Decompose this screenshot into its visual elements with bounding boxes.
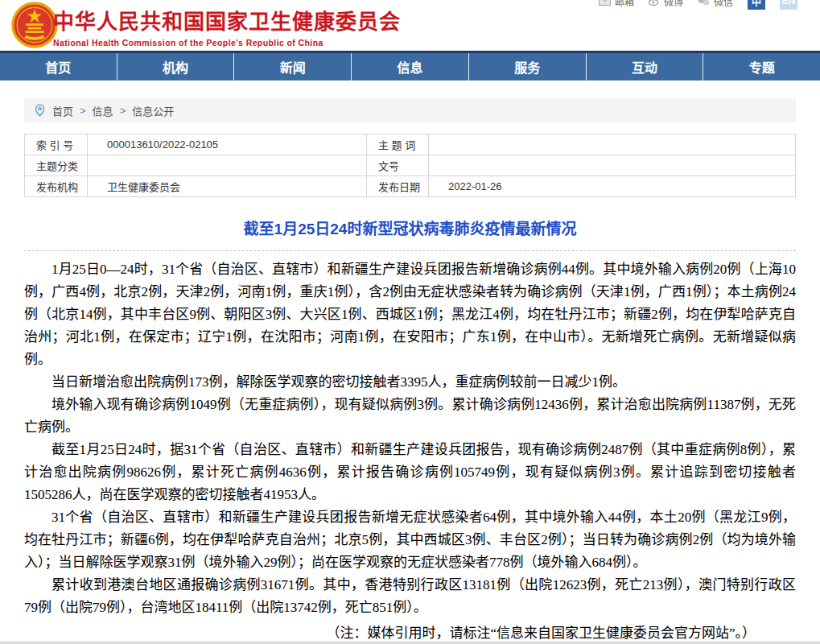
citation-note: （注：媒体引用时，请标注“信息来自国家卫生健康委员会官方网站”。） — [24, 622, 796, 644]
weibo-link[interactable]: 微博 — [649, 0, 683, 8]
site-title: 中华人民共和国国家卫生健康委员会 — [53, 5, 401, 35]
meta-value-subject-word — [429, 134, 796, 155]
article-paragraph: 当日新增治愈出院病例173例，解除医学观察的密切接触者3395人，重症病例较前一… — [24, 371, 796, 394]
content-area: 首页 > 信息 > 信息公开 索 引 号 000013610/2022-0210… — [0, 98, 820, 644]
breadcrumb-info[interactable]: 信息 — [93, 103, 113, 118]
national-emblem-logo — [11, 2, 58, 48]
meta-table: 索 引 号 000013610/2022-02105 主 题 词 主题分类 文号… — [24, 134, 796, 197]
article-paragraph: 截至1月25日24时，据31个省（自治区、直辖市）和新疆生产建设兵团报告，现有确… — [24, 439, 796, 506]
meta-label-publish-date: 发布日期 — [367, 176, 429, 197]
site-title-block: 中华人民共和国国家卫生健康委员会 National Health Commiss… — [53, 5, 401, 47]
mail-link[interactable]: 邮箱 — [599, 0, 634, 8]
main-nav: 首页 机构 新闻 信息 服务 互动 专题 — [0, 51, 820, 80]
wechat-link-label: 微信 — [714, 0, 733, 8]
breadcrumb: 首页 > 信息 > 信息公开 — [24, 98, 796, 122]
nav-item-agency[interactable]: 机构 — [117, 53, 235, 80]
wechat-link[interactable]: 微信 — [698, 0, 733, 8]
weibo-icon — [649, 0, 660, 6]
mail-icon — [599, 0, 611, 6]
meta-label-subject-word: 主 题 词 — [367, 134, 429, 155]
meta-value-publish-date: 2022-01-26 — [429, 176, 796, 197]
meta-value-publisher: 卫生健康委员会 — [88, 176, 367, 197]
meta-label-doc-number: 文号 — [367, 155, 429, 176]
meta-row-category: 主题分类 文号 — [25, 155, 796, 176]
lang-zh-button[interactable]: 中 — [748, 0, 765, 10]
lang-en-button[interactable]: EN — [780, 0, 797, 10]
article-title: 截至1月25日24时新型冠状病毒肺炎疫情最新情况 — [24, 217, 796, 238]
meta-value-index-number: 000013610/2022-02105 — [88, 134, 367, 155]
nav-item-topics[interactable]: 专题 — [703, 53, 820, 80]
meta-value-doc-number — [429, 155, 796, 176]
nav-item-info[interactable]: 信息 — [352, 53, 469, 80]
page: 中华人民共和国国家卫生健康委员会 National Health Commiss… — [0, 0, 820, 644]
site-header: 中华人民共和国国家卫生健康委员会 National Health Commiss… — [0, 0, 820, 51]
meta-label-index-number: 索 引 号 — [25, 134, 88, 155]
meta-label-category: 主题分类 — [25, 155, 88, 176]
breadcrumb-separator: > — [80, 105, 86, 117]
article-paragraph: 1月25日0—24时，31个省（自治区、直辖市）和新疆生产建设兵团报告新增确诊病… — [24, 258, 796, 371]
meta-label-publisher: 发布机构 — [25, 176, 88, 197]
nav-item-service[interactable]: 服务 — [469, 53, 587, 80]
weibo-link-label: 微博 — [664, 0, 683, 8]
breadcrumb-separator: > — [120, 105, 126, 117]
location-pin-icon — [34, 104, 46, 117]
nav-item-home[interactable]: 首页 — [0, 53, 117, 80]
nav-item-interact[interactable]: 互动 — [587, 53, 704, 80]
meta-row-publisher: 发布机构 卫生健康委员会 发布日期 2022-01-26 — [25, 176, 796, 197]
breadcrumb-home[interactable]: 首页 — [52, 103, 73, 118]
meta-value-category — [88, 155, 367, 176]
article-paragraph: 累计收到港澳台地区通报确诊病例31671例。其中，香港特别行政区13181例（出… — [24, 574, 796, 619]
meta-row-index: 索 引 号 000013610/2022-02105 主 题 词 — [25, 134, 796, 155]
article-body: 1月25日0—24时，31个省（自治区、直辖市）和新疆生产建设兵团报告新增确诊病… — [24, 258, 796, 619]
mail-link-label: 邮箱 — [615, 0, 634, 8]
article-paragraph: 境外输入现有确诊病例1049例（无重症病例），现有疑似病例3例。累计确诊病例12… — [24, 394, 796, 439]
quick-links: 邮箱 微博 微信 中 EN — [599, 0, 797, 10]
nav-item-news[interactable]: 新闻 — [234, 53, 352, 80]
breadcrumb-info-disclosure[interactable]: 信息公开 — [132, 103, 174, 118]
site-subtitle: National Health Commission of the People… — [53, 38, 401, 47]
article-paragraph: 31个省（自治区、直辖市）和新疆生产建设兵团报告新增无症状感染者64例，其中境外… — [24, 506, 796, 574]
wechat-icon — [698, 0, 710, 6]
dashed-divider — [24, 250, 796, 251]
